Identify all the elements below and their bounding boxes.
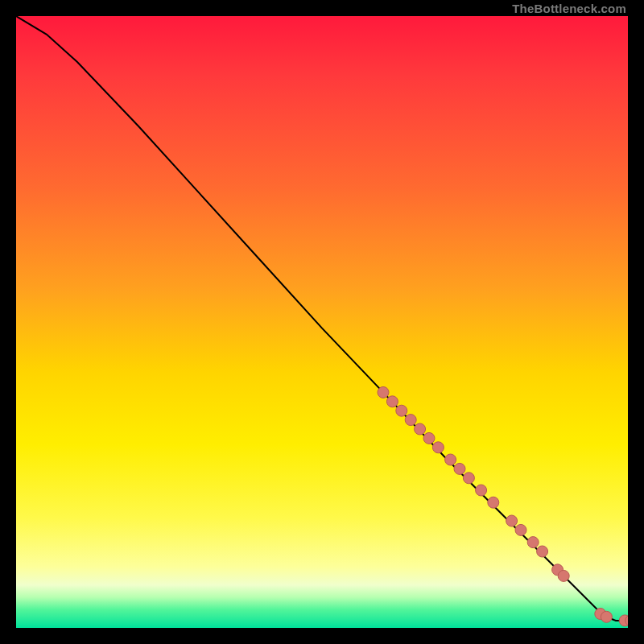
curve-marker bbox=[476, 485, 487, 496]
curve-marker bbox=[527, 537, 539, 548]
curve-marker bbox=[396, 405, 407, 416]
chart-stage: TheBottleneck.com bbox=[0, 0, 644, 644]
curve-marker bbox=[506, 515, 518, 526]
curve-marker bbox=[537, 546, 548, 557]
curve-marker bbox=[386, 396, 398, 407]
curve-marker bbox=[515, 524, 526, 535]
chart-overlay bbox=[16, 16, 628, 628]
curve-marker bbox=[432, 442, 444, 453]
attribution-label: TheBottleneck.com bbox=[512, 2, 626, 15]
curve-marker bbox=[423, 432, 435, 444]
curve-marker bbox=[463, 473, 474, 484]
curve-marker bbox=[601, 611, 612, 622]
curve-marker bbox=[558, 570, 569, 581]
heatmap-background bbox=[16, 16, 628, 628]
curve-marker bbox=[405, 415, 416, 426]
curve-marker bbox=[488, 497, 499, 508]
curve-marker bbox=[378, 386, 389, 398]
curve-marker bbox=[415, 423, 426, 435]
curve-marker bbox=[454, 463, 465, 474]
bottleneck-curve bbox=[16, 16, 628, 621]
curve-markers bbox=[378, 386, 628, 626]
curve-marker bbox=[445, 454, 456, 465]
